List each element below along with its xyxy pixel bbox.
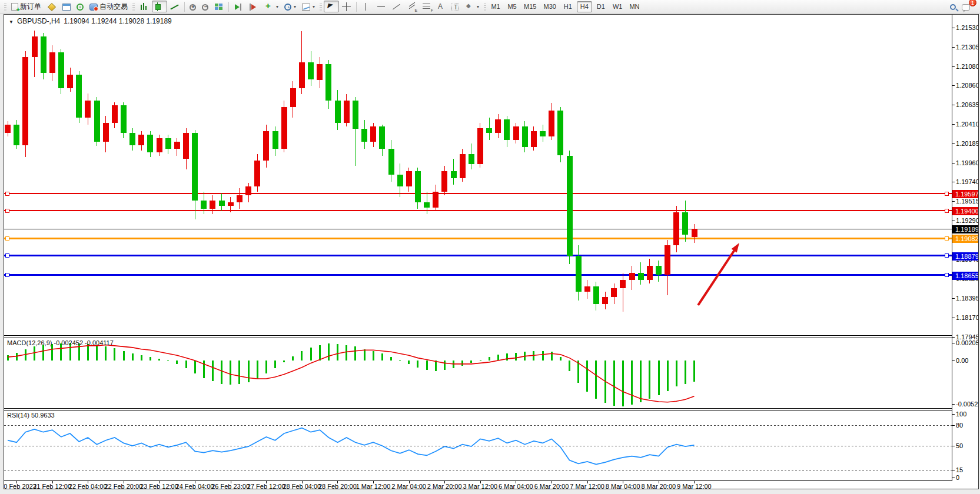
search-icon (950, 4, 956, 10)
zoom-in-icon (190, 4, 196, 11)
chart-dropdown-icon[interactable] (9, 17, 14, 25)
dropdown-arrow-icon (294, 4, 296, 9)
tab-timeframe-H1[interactable]: H1 (560, 1, 576, 12)
fibonacci-button[interactable] (420, 1, 433, 12)
equidistant-channel-icon (407, 2, 417, 11)
new-order-icon (11, 3, 18, 11)
bid-price-label: 1.19189 (952, 225, 979, 233)
time-axis-label: 27 Feb 12:00 (247, 483, 285, 489)
line-chart-button[interactable] (167, 1, 182, 12)
notification-badge: 1 (969, 0, 976, 6)
toolbar-separator (228, 2, 229, 12)
templates-icon (302, 4, 310, 11)
zoom-in-button[interactable] (187, 1, 199, 12)
time-axis-label: 28 Feb 04:00 (283, 483, 321, 489)
time-axis-label: 3 Mar 12:00 (463, 483, 497, 489)
auto-trading-icon (89, 4, 98, 11)
dropdown-arrow-icon (313, 4, 315, 9)
timeframe-group: M1M5M15M30H1H4D1W1MN (488, 1, 642, 12)
macd-plot[interactable] (4, 338, 952, 412)
shapes-icon (465, 2, 474, 11)
candlestick-chart-button[interactable] (152, 1, 167, 12)
tab-timeframe-M5[interactable]: M5 (504, 1, 520, 12)
market-watch-icon (47, 2, 57, 11)
zoom-out-icon (202, 4, 208, 11)
notifications-button[interactable]: 1 (959, 1, 973, 12)
chart-shift-icon (249, 2, 258, 11)
time-axis-label: 8 Mar 04:00 (606, 483, 640, 489)
toolbar-grip[interactable] (132, 2, 135, 11)
chart-shift-button[interactable] (246, 1, 261, 12)
horizontal-line-button[interactable] (374, 1, 389, 12)
market-watch-button[interactable] (44, 1, 59, 12)
line-chart-icon (170, 2, 180, 11)
bar-chart-button[interactable] (137, 1, 152, 12)
hline-price-label: 1.19400 (952, 207, 979, 215)
price-plot[interactable] (4, 15, 952, 338)
tab-timeframe-D1[interactable]: D1 (593, 1, 609, 12)
text-button[interactable] (433, 1, 449, 12)
price-panel[interactable]: GBPUSD-,H4 1.19094 1.19244 1.19028 1.191… (4, 15, 952, 336)
time-axis-label: 8 Mar 20:00 (641, 483, 676, 489)
time-axis[interactable]: 20 Feb 202321 Feb 12:0022 Feb 04:0022 Fe… (4, 481, 979, 489)
toolbar-grip[interactable] (320, 2, 322, 11)
auto-scroll-icon (234, 2, 243, 11)
tab-timeframe-M15[interactable]: M15 (521, 1, 539, 12)
toolbar-grip[interactable] (484, 2, 486, 11)
price-axis[interactable]: 1.215301.213051.210801.208601.206351.204… (952, 15, 979, 481)
data-window-button[interactable] (59, 1, 74, 12)
macd-label: MACD(12,26,9) -0.002452 -0.004117 (7, 339, 114, 346)
search-button[interactable] (947, 1, 959, 12)
text-label-icon (451, 4, 459, 11)
text-label-button[interactable] (449, 1, 462, 12)
toolbar-separator (356, 2, 357, 12)
ohlc-values: 1.19094 1.19244 1.19028 1.19189 (64, 17, 172, 25)
rsi-plot[interactable] (4, 410, 952, 484)
shapes-button[interactable] (462, 1, 482, 12)
time-axis-label: 21 Feb 12:00 (33, 483, 71, 489)
periods-button[interactable] (281, 1, 299, 12)
time-axis-label: 24 Feb 04:00 (176, 483, 214, 489)
tab-timeframe-MN[interactable]: MN (626, 1, 642, 12)
time-axis-label: 22 Feb 20:00 (104, 483, 142, 489)
tab-timeframe-H4[interactable]: H4 (577, 1, 592, 12)
trendline-button[interactable] (389, 1, 404, 12)
dropdown-arrow-icon (477, 4, 479, 9)
rsi-label: RSI(14) 50.9633 (7, 412, 55, 419)
time-axis-label: 28 Feb 20:00 (318, 483, 357, 489)
tab-timeframe-W1[interactable]: W1 (610, 1, 626, 12)
tab-timeframe-M1[interactable]: M1 (488, 1, 503, 12)
clock-icon (284, 4, 291, 11)
time-axis-label: 20 Feb 2023 (4, 483, 36, 489)
new-order-label: 新订单 (20, 2, 41, 12)
indicators-button[interactable] (261, 1, 281, 12)
templates-button[interactable] (299, 1, 318, 12)
tab-timeframe-M30[interactable]: M30 (540, 1, 559, 12)
bar-chart-icon (139, 2, 149, 11)
chart-window: GBPUSD-,H4 1.19094 1.19244 1.19028 1.191… (4, 14, 979, 489)
crosshair-button[interactable] (339, 1, 354, 12)
toolbar-grip[interactable] (4, 2, 6, 11)
vertical-line-button[interactable] (358, 1, 374, 12)
equidistant-channel-button[interactable] (404, 1, 420, 12)
tile-windows-button[interactable] (211, 1, 227, 12)
auto-scroll-button[interactable] (231, 1, 246, 12)
chart-title: GBPUSD-,H4 1.19094 1.19244 1.19028 1.191… (9, 17, 172, 25)
time-axis-label: 2 Mar 20:00 (427, 483, 462, 489)
zoom-out-button[interactable] (199, 1, 211, 12)
crosshair-icon (342, 2, 351, 11)
rsi-panel[interactable]: RSI(14) 50.9633 (4, 410, 952, 481)
time-axis-label: 23 Feb 12:00 (140, 483, 178, 489)
cursor-button[interactable] (324, 1, 339, 12)
signals-button[interactable] (74, 1, 87, 12)
dropdown-arrow-icon (276, 4, 278, 9)
chat-bubble-icon (962, 4, 970, 11)
auto-trading-button[interactable]: 自动交易 (87, 1, 131, 12)
fibonacci-icon (423, 4, 430, 11)
new-order-button[interactable]: 新订单 (8, 1, 44, 12)
time-axis-label: 2 Mar 04:00 (391, 483, 426, 489)
time-axis-label: 7 Mar 12:00 (570, 483, 604, 489)
candlestick-chart-icon (155, 2, 164, 11)
macd-panel[interactable]: MACD(12,26,9) -0.002452 -0.004117 (4, 338, 952, 409)
trendline-icon (392, 2, 401, 11)
